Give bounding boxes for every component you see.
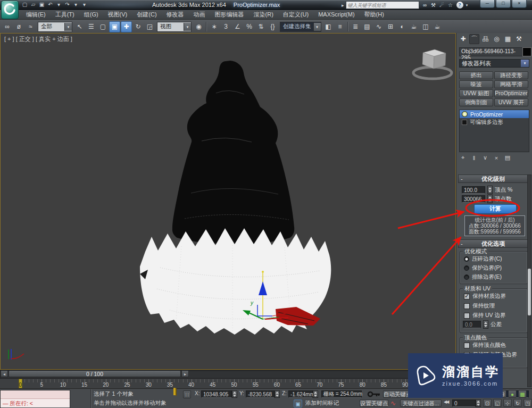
render-production-icon[interactable]: ☕ — [432, 21, 443, 32]
stack-row[interactable]: 可编辑多边形 — [460, 118, 529, 126]
dropdown-arrow-icon[interactable]: ▾ — [521, 60, 529, 67]
object-color-swatch[interactable] — [522, 47, 531, 56]
pan-view-icon[interactable]: ⊹ — [503, 399, 512, 407]
selection-region-icon[interactable]: ▢ — [97, 21, 109, 32]
tab-utilities[interactable]: ⚒ — [514, 34, 524, 44]
menu-item[interactable]: 视图(V) — [103, 10, 132, 19]
layer-manager-icon[interactable]: ≣ — [350, 21, 361, 32]
checkbox[interactable] — [464, 343, 470, 348]
orthographic-viewport[interactable]: [ + ] [ 正交 ] [ 真实 + 边面 ] — [0, 33, 456, 370]
bind-to-spacewarp-icon[interactable]: ≈ — [25, 21, 36, 32]
dropdown-arrow-icon[interactable]: ▾ — [64, 23, 72, 31]
communication-center-icon[interactable]: ☄ — [438, 2, 446, 9]
use-pivot-center-icon[interactable]: ◉ — [193, 21, 204, 32]
search-icon[interactable]: ∞ — [421, 2, 429, 9]
radio-button[interactable] — [464, 274, 469, 280]
graphite-ribbon-icon[interactable]: ▤ — [362, 21, 373, 32]
rollout-optimization-level[interactable]: - 优化级别 — [458, 174, 528, 183]
field-of-view-icon[interactable]: ◱ — [493, 399, 502, 407]
dropdown-arrow-icon[interactable]: ▾ — [313, 23, 321, 31]
material-uv-row[interactable]: 保持纹理 — [464, 302, 495, 310]
percent-snap-icon[interactable]: % — [244, 21, 255, 32]
selection-lock-icon[interactable] — [173, 389, 177, 395]
configure-modifier-sets-icon[interactable]: ▤ — [504, 154, 511, 161]
radio-button[interactable] — [464, 256, 469, 262]
menu-item[interactable]: 工具(T) — [51, 10, 79, 19]
tab-motion[interactable]: ◎ — [492, 34, 502, 44]
menu-item[interactable]: 图形编辑器 — [210, 10, 249, 19]
modifier-button[interactable]: 倒角剖面 — [459, 98, 493, 106]
menu-item[interactable]: 组(G) — [79, 10, 103, 19]
viewport-label[interactable]: [ + ] [ 正交 ] [ 真实 + 边面 ] — [4, 35, 72, 43]
reference-coordinate-dropdown[interactable]: 视图▾ — [157, 22, 192, 32]
menu-item[interactable]: 渲染(R) — [249, 10, 278, 19]
isolate-toggle-icon[interactable]: ▣ — [294, 399, 302, 407]
window-crossing-icon[interactable]: ▣ — [109, 21, 120, 32]
help-icon[interactable]: ? — [456, 2, 463, 9]
favorites-star-icon[interactable]: ☆ — [446, 2, 455, 9]
optimization-mode-row[interactable]: 压碎边界(C) — [464, 255, 502, 263]
menu-item[interactable]: 创建(C) — [132, 10, 161, 19]
edit-named-selections-icon[interactable]: {} — [267, 21, 278, 32]
snap-toggle-3d-icon[interactable]: 3 — [220, 21, 231, 32]
curve-editor-icon[interactable]: ∿ — [373, 21, 385, 32]
time-slider-handle[interactable]: 0 / 100 — [9, 370, 181, 377]
x-spinner[interactable] — [232, 390, 237, 398]
object-name-field[interactable]: Obj3d66-569460-113-295 — [459, 47, 523, 56]
vertex-color-row[interactable]: 保持顶点颜色 — [464, 342, 506, 349]
zoom-region-icon[interactable]: ⊡ — [483, 399, 492, 407]
y-coordinate-field[interactable]: -8230.568 — [246, 390, 275, 398]
rollout-optimization-options[interactable]: - 优化选项 — [458, 239, 528, 248]
dropdown-arrow-icon[interactable]: ▾ — [184, 23, 191, 31]
absolute-relative-coords-icon[interactable]: ∷ — [183, 390, 191, 398]
add-time-tag[interactable]: 添加时间标记 — [305, 399, 339, 407]
next-frame-button[interactable]: ▸ — [181, 370, 189, 377]
key-filters-button[interactable]: 关键点过滤器... — [400, 399, 442, 407]
redo-icon[interactable]: ↷ — [64, 1, 71, 9]
render-setup-icon[interactable]: ☕ — [409, 21, 420, 32]
modifier-button[interactable]: 挤出 — [459, 71, 493, 79]
material-editor-icon[interactable]: ◐ — [397, 21, 408, 32]
menu-item[interactable]: 帮助(H) — [360, 10, 389, 19]
subscription-icon[interactable]: ⚒ — [429, 2, 438, 9]
material-uv-row[interactable]: 保持 UV 边界 — [464, 312, 505, 319]
select-and-manipulate-icon[interactable]: ∗ — [209, 21, 220, 32]
vertex-count-spinner[interactable] — [487, 195, 493, 203]
set-key-button[interactable]: 设置关键点 — [360, 399, 388, 407]
show-end-result-icon[interactable]: ‖ — [470, 155, 478, 161]
schematic-view-icon[interactable]: ⊞ — [385, 21, 396, 32]
help-dropdown-icon[interactable]: ▾ — [465, 2, 469, 9]
close-button[interactable]: × — [512, 0, 527, 8]
modifier-button[interactable]: 路径变形 — [494, 71, 528, 79]
tolerance-field[interactable]: 0.0 — [463, 321, 481, 328]
modifier-button[interactable]: 噪波 — [459, 80, 493, 88]
z-coordinate-field[interactable]: -1.624mm — [288, 390, 313, 398]
zoom-extents-all-icon[interactable]: ▩ — [518, 390, 527, 398]
tab-display[interactable]: ▦ — [503, 34, 513, 44]
open-file-icon[interactable]: ▱ — [30, 1, 37, 9]
optimization-mode-row[interactable]: 保护边界(P) — [464, 264, 502, 272]
previous-frame-button[interactable]: ◂ — [1, 370, 8, 377]
modifier-button[interactable]: UVW 展开 — [494, 98, 528, 106]
save-file-icon[interactable]: ▣ — [38, 1, 45, 9]
menu-item[interactable]: 编辑(E) — [21, 10, 51, 19]
undo-dropdown-icon[interactable]: ▾ — [55, 1, 62, 9]
named-selection-dropdown[interactable]: 创建选择集▾ — [280, 22, 321, 32]
rendered-frame-window-icon[interactable]: ◫ — [420, 21, 431, 32]
radio-button[interactable] — [464, 265, 469, 271]
z-spinner[interactable] — [313, 390, 318, 398]
tolerance-spinner[interactable] — [483, 320, 488, 329]
remove-modifier-icon[interactable]: × — [493, 155, 500, 161]
tab-hierarchy[interactable]: 品 — [480, 34, 491, 44]
vertex-count-field[interactable]: 300066 — [462, 195, 485, 203]
menu-item[interactable]: 修改器 — [162, 10, 189, 19]
align-icon[interactable]: ≡ — [335, 21, 346, 32]
compute-button[interactable]: 计算 — [474, 204, 517, 214]
search-expand-icon[interactable]: ▸ — [342, 3, 344, 8]
undo-icon[interactable]: ↶ — [47, 1, 54, 9]
search-input[interactable] — [346, 1, 419, 9]
panel-scrollbar[interactable] — [527, 174, 531, 387]
make-unique-icon[interactable]: ∨ — [481, 154, 489, 161]
menu-item[interactable]: 自定义(U) — [278, 10, 313, 19]
minimize-button[interactable]: ─ — [480, 0, 495, 8]
